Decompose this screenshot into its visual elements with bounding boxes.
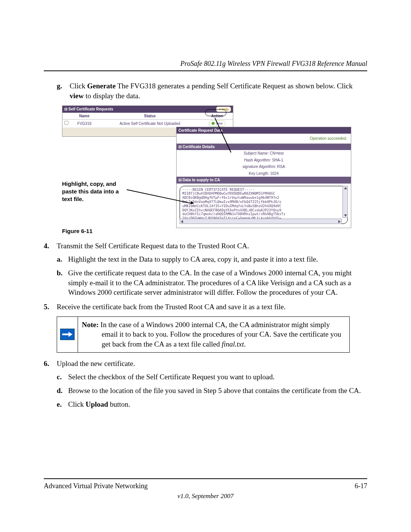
figure-6-11: ⊟ Self Certificate Requests ? help Name … [62,105,367,224]
step-6d: d. Browse to the location of the file yo… [57,386,367,396]
data-to-ca-header: ⊟ Data to supply to CA [177,177,351,184]
step-5: 5. Receive the certificate back from the… [44,302,367,312]
operation-message: Operation succeeded. [177,134,351,144]
note-box: Note: In the case of a Windows 2000 inte… [57,316,350,353]
vertical-scrollbar[interactable] [342,186,348,218]
circle-action-col [205,109,226,116]
step-4a: a. Highlight the text in the Data to sup… [57,254,367,264]
step-6: 6. Upload the new certificate. c. Select… [44,359,367,409]
step-g: g. Click Generate The FVG318 generates a… [57,81,367,101]
row-checkbox[interactable] [64,121,68,125]
col-status: Status [98,113,201,120]
horizontal-scrollbar[interactable] [180,219,342,224]
top-rule [44,70,367,71]
page-footer: Advanced Virtual Private Networking 6-17… [44,478,367,501]
footer-left: Advanced Virtual Private Networking [44,481,148,490]
cert-details-header: ⊟ Certificate Details [177,144,351,150]
footer-version: v1.0, September 2007 [44,492,367,501]
running-header: ProSafe 802.11g Wireless VPN Firewall FV… [44,59,367,70]
col-name: Name [70,113,98,120]
figure-caption: Figure 6-11 [62,227,367,235]
callout-text: Highlight, copy, and paste this data int… [62,180,119,203]
row-name: FVG318 [70,120,98,128]
step-6e: e. Click Upload button. [57,399,367,409]
step-4: 4. Transmit the Self Certificate Request… [44,241,367,297]
step-4b: b. Give the certificate request data to … [57,268,367,297]
panel2-title: Certificate Request Data [177,127,351,134]
footer-right: 6-17 [355,481,367,490]
certificate-blob[interactable]: -----BEGIN CERTIFICATE REQUEST----- MIIB… [180,186,348,224]
cert-request-data-panel: Certificate Request Data Operation succe… [176,127,351,228]
arrow-right-icon [60,329,75,340]
step-6c: c. Select the checkbox of the Self Certi… [57,372,367,382]
